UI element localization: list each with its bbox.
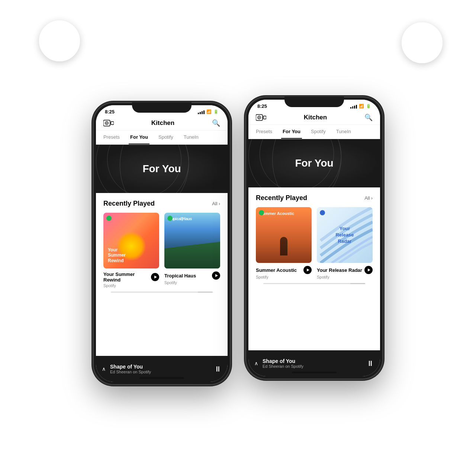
card-sub-summer-rewind: Spotify: [103, 283, 159, 288]
track-info-left: Shape of You Ed Sheeran on Spotify: [110, 364, 210, 374]
phone-right: 8:25 📶 🔋: [245, 97, 383, 379]
card-image-acoustic[interactable]: Summer Acoustic: [256, 207, 312, 263]
card-name-tropical: Tropical Haus: [164, 271, 220, 280]
spotify-dot-3: [259, 210, 264, 215]
chevron-up-right: ∧: [254, 360, 258, 366]
scroll-thumb-right: [350, 283, 365, 284]
hero-right: For You: [248, 139, 380, 187]
status-icons-left: 📶 🔋: [198, 109, 219, 114]
card-sub-radar: Spotify: [317, 275, 373, 279]
card-tropical-haus: Tropical|Haus Tropical Haus Spotify: [164, 213, 220, 288]
time-left: 8:25: [105, 109, 115, 115]
artwork-text-radar: YourReleaseRadar: [335, 226, 354, 245]
section-header-left: Recently Played All ›: [103, 200, 220, 208]
track-sub-left: Ed Sheeran on Spotify: [110, 370, 210, 374]
scroll-thumb-left: [198, 292, 213, 293]
section-title-right: Recently Played: [256, 194, 307, 202]
speaker-icon-left: [103, 119, 114, 127]
screen-right: 8:25 📶 🔋: [248, 100, 380, 376]
spotify-dot-4: [320, 210, 325, 215]
tab-spotify-right[interactable]: Spotify: [309, 125, 327, 139]
hero-title-right: For You: [295, 157, 333, 169]
svg-rect-3: [111, 122, 114, 125]
track-name-right: Shape of You: [263, 358, 362, 364]
spotify-dot-1: [106, 216, 112, 221]
app-header-right: Kitchen 🔍: [248, 110, 380, 125]
tab-foryou-right[interactable]: For You: [281, 125, 302, 139]
home-indicator-left: [139, 377, 184, 379]
scroll-track-right: [263, 283, 365, 284]
wifi-icon-left: 📶: [206, 109, 212, 114]
pause-icon-right[interactable]: ⏸: [367, 359, 374, 368]
card-image-summer-rewind[interactable]: YourSummerRewind: [103, 213, 159, 268]
card-image-radar[interactable]: YourReleaseRadar: [317, 207, 373, 263]
search-icon-left[interactable]: 🔍: [212, 119, 220, 127]
header-title-right: Kitchen: [304, 114, 327, 121]
play-button-radar[interactable]: [364, 266, 373, 274]
header-title-left: Kitchen: [151, 119, 174, 127]
status-icons-right: 📶 🔋: [350, 104, 371, 109]
svg-point-2: [106, 123, 107, 124]
hero-left: For You: [96, 145, 228, 193]
card-name-acoustic: Summer Acoustic: [256, 266, 312, 274]
track-sub-right: Ed Sheeran on Spotify: [263, 364, 362, 369]
battery-icon-right: 🔋: [366, 104, 371, 109]
spotify-dot-2: [167, 216, 173, 221]
content-left: Recently Played All › YourSummerRewind: [96, 193, 228, 296]
signal-left: [198, 110, 205, 114]
track-name-left: Shape of You: [110, 364, 210, 370]
notch-left: [132, 102, 192, 113]
screen-left: 8:25 📶 🔋: [96, 105, 228, 382]
card-summer-acoustic: Summer Acoustic Summer Acoustic: [256, 207, 312, 279]
home-indicator-right: [292, 372, 337, 373]
card-sub-acoustic: Spotify: [256, 275, 312, 279]
avatar-right: [402, 22, 443, 63]
tab-tunein-left[interactable]: TuneIn: [182, 131, 200, 144]
time-right: 8:25: [257, 103, 267, 109]
tab-presets-left[interactable]: Presets: [102, 131, 121, 144]
section-header-right: Recently Played All ›: [256, 194, 373, 202]
avatar-left: [39, 20, 80, 61]
artwork-label-acoustic: Summer Acoustic: [260, 211, 294, 216]
speaker-icon-right: [256, 113, 266, 122]
tab-foryou-left[interactable]: For You: [129, 131, 149, 144]
search-icon-right[interactable]: 🔍: [364, 113, 373, 122]
play-button-summer-rewind[interactable]: [151, 273, 159, 281]
play-button-acoustic[interactable]: [303, 266, 312, 274]
card-sub-tropical: Spotify: [164, 280, 220, 285]
section-title-left: Recently Played: [103, 200, 155, 208]
signal-right: [350, 104, 357, 109]
svg-point-6: [259, 117, 260, 118]
content-right: Recently Played All › Summer Acoustic: [248, 187, 380, 287]
svg-rect-7: [263, 116, 266, 119]
tab-bar-left: Presets For You Spotify TuneIn: [96, 131, 228, 145]
tab-bar-right: Presets For You Spotify TuneIn: [248, 125, 380, 139]
section-left: Recently Played All › YourSummerRewind: [96, 193, 228, 296]
card-image-tropical[interactable]: Tropical|Haus: [164, 213, 220, 268]
section-right: Recently Played All › Summer Acoustic: [248, 187, 380, 287]
hero-title-left: For You: [142, 163, 181, 175]
app-header-left: Kitchen 🔍: [96, 116, 228, 131]
scroll-track-left: [111, 292, 213, 293]
card-name-radar: Your Release Radar: [317, 266, 373, 274]
card-name-summer-rewind: Your Summer Rewind: [103, 271, 159, 283]
tab-spotify-left[interactable]: Spotify: [157, 131, 175, 144]
play-button-tropical[interactable]: [212, 271, 220, 280]
cards-scroll-left: YourSummerRewind Your Summer Rewind Sp: [103, 213, 220, 288]
section-all-left[interactable]: All ›: [212, 201, 220, 206]
wifi-icon-right: 📶: [359, 104, 364, 109]
notch-right: [284, 97, 344, 107]
chevron-up-left: ∧: [102, 366, 106, 372]
card-release-radar: YourReleaseRadar Your Release Radar Sp: [317, 207, 373, 279]
card-summer-rewind: YourSummerRewind Your Summer Rewind Sp: [103, 213, 159, 288]
battery-icon-left: 🔋: [213, 109, 219, 114]
phone-left: 8:25 📶 🔋: [93, 102, 231, 385]
track-info-right: Shape of You Ed Sheeran on Spotify: [263, 358, 362, 369]
artwork-text-summer-rewind: YourSummerRewind: [108, 247, 126, 263]
pause-icon-left[interactable]: ⏸: [214, 365, 222, 373]
tab-tunein-right[interactable]: TuneIn: [335, 125, 353, 139]
cards-scroll-right: Summer Acoustic Summer Acoustic: [256, 207, 373, 279]
section-all-right[interactable]: All ›: [364, 195, 373, 201]
main-scene: 8:25 📶 🔋: [0, 0, 476, 476]
tab-presets-right[interactable]: Presets: [254, 125, 274, 139]
